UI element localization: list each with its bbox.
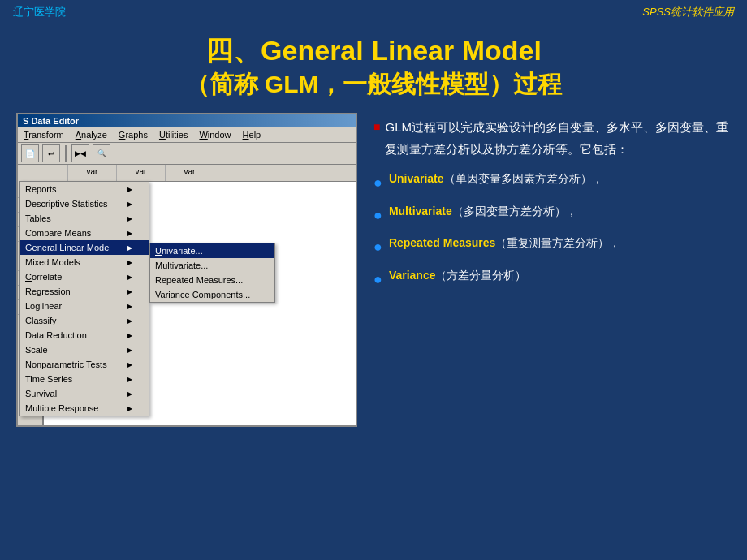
bullet-item-4: ● Variance（方差分量分析） [374,266,731,292]
menu-nonparametric[interactable]: Nonparametric Tests▶ [20,357,149,372]
menu-reports[interactable]: Reports▶ [20,182,149,196]
spss-menubar[interactable]: Transform Analyze Graphs Utilities Windo… [18,127,356,143]
spss-window: S Data Editor Transform Analyze Graphs U… [16,113,357,427]
menu-tables[interactable]: Tables▶ [20,211,149,226]
toolbar-btn-1[interactable]: 📄 [21,144,39,162]
bullet-dot-2: ● [374,203,382,228]
institution-label: 辽宁医学院 [13,5,66,19]
intro-text: GLM过程可以完成实验设计的多自变量、多水平、多因变量、重复测量方差分析以及协方… [385,116,731,160]
bullet-dot-4: ● [374,267,382,292]
bullet-zh-3: （重复测量方差分析）， [495,236,620,249]
bullet-item-1: ● Univariate（单因变量多因素方差分析）， [374,170,731,196]
header-bar: 辽宁医学院 SPSS统计软件应用 [0,0,747,24]
bullet-text-2: Multivariate（多因变量方差分析）， [389,202,577,220]
main-title: 四、General Linear Model （简称 GLM，一般线性模型）过程 [0,24,747,105]
spss-toolbar: 📄 ↩ ▶◀ 🔍 [18,143,356,165]
bullet-dot-1: ● [374,170,382,196]
menu-scale[interactable]: Scale▶ [20,342,149,357]
menu-utilities[interactable]: Utilities [157,129,190,140]
bullet-item-2: ● Multivariate（多因变量方差分析）， [374,202,731,228]
bullet-zh-4: （方差分量分析） [435,269,526,282]
bullet-text-3: Repeated Measures（重复测量方差分析）， [389,234,621,252]
red-square-icon: ■ [374,118,380,137]
menu-window[interactable]: Window [196,129,233,140]
content-area: S Data Editor Transform Analyze Graphs U… [0,105,747,435]
toolbar-btn-4[interactable]: 🔍 [93,144,110,162]
title-line1: 四、General Linear Model [16,32,731,68]
submenu-variance[interactable]: Variance Components... [150,287,274,302]
bullet-text-4: Variance（方差分量分析） [389,266,527,284]
software-label: SPSS统计软件应用 [642,5,734,19]
submenu-univariate[interactable]: Univariate... [150,243,274,258]
bullet-dot-3: ● [374,235,382,260]
toolbar-btn-3[interactable]: ▶◀ [71,144,89,162]
bullet-item-3: ● Repeated Measures（重复测量方差分析）， [374,234,731,260]
menu-graphs[interactable]: Graphs [116,129,150,140]
bullet-en-4: Variance [389,269,436,282]
menu-descriptive[interactable]: Descriptive Statistics▶ [20,196,149,211]
bullet-en-2: Multivariate [389,205,452,218]
bullet-zh-1: （单因变量多因素方差分析）， [444,172,603,185]
menu-regression[interactable]: Regression▶ [20,284,149,299]
col-header-2: var [117,165,166,181]
col-header-3: var [166,165,214,181]
menu-compare-means[interactable]: Compare Means▶ [20,226,149,240]
glm-submenu[interactable]: Univariate... Multivariate... Repeated M… [149,243,275,303]
col-header-1: var [68,165,117,181]
menu-loglinear[interactable]: Loglinear▶ [20,299,149,313]
bullet-en-1: Univariate [389,172,444,185]
menu-classify[interactable]: Classify▶ [20,313,149,328]
bullet-en-3: Repeated Measures [389,236,496,249]
menu-analyze[interactable]: Analyze [73,129,110,140]
corner-cell [44,165,68,181]
right-panel: ■ GLM过程可以完成实验设计的多自变量、多水平、多因变量、重复测量方差分析以及… [374,113,731,427]
menu-correlate[interactable]: Correlate▶ [20,269,149,284]
toolbar-btn-2[interactable]: ↩ [42,144,60,162]
menu-multiple-response[interactable]: Multiple Response▶ [20,401,149,416]
intro-row: ■ GLM过程可以完成实验设计的多自变量、多水平、多因变量、重复测量方差分析以及… [374,116,731,170]
bullet-zh-2: （多因变量方差分析）， [452,205,577,218]
menu-help[interactable]: Help [240,129,264,140]
analyze-menu[interactable]: Reports▶ Descriptive Statistics▶ Tables▶… [19,181,149,416]
bullet-list: ● Univariate（单因变量多因素方差分析）， ● Multivariat… [374,170,731,291]
submenu-multivariate[interactable]: Multivariate... [150,258,274,273]
menu-survival[interactable]: Survival▶ [20,386,149,401]
title-line2: （简称 GLM，一般线性模型）过程 [16,68,731,100]
menu-mixed-models[interactable]: Mixed Models▶ [20,255,149,269]
menu-data-reduction[interactable]: Data Reduction▶ [20,328,149,342]
menu-transform[interactable]: Transform [21,129,67,140]
menu-glm[interactable]: General Linear Model▶ [20,240,149,255]
submenu-repeated[interactable]: Repeated Measures... [150,273,274,287]
bullet-text-1: Univariate（单因变量多因素方差分析）， [389,170,603,187]
menu-time-series[interactable]: Time Series▶ [20,372,149,386]
spss-titlebar: S Data Editor [18,114,356,127]
